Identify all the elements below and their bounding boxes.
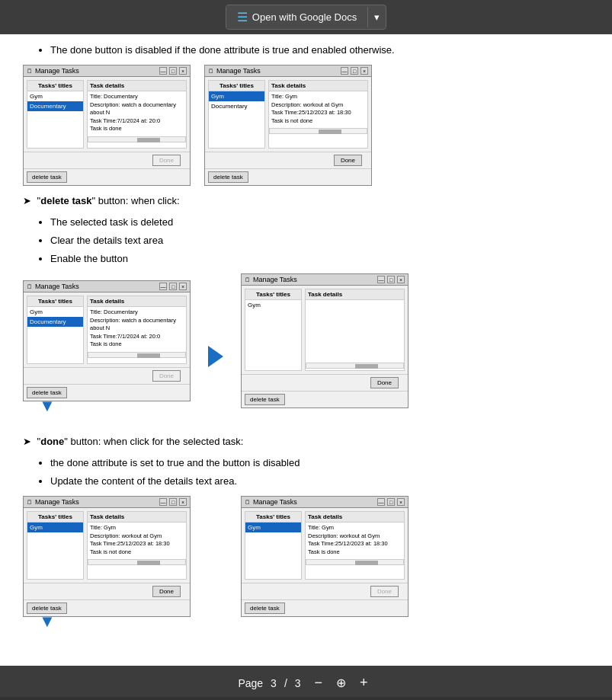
done-button-1-left[interactable]: Done — [152, 155, 181, 166]
window-2-left-wrapper: 🗒 Manage Tasks — □ × Tasks' titles Gym D… — [23, 280, 191, 401]
done-button-1-right[interactable]: Done — [334, 155, 362, 166]
footer-2-left: Done — [24, 367, 190, 384]
task-item-gym-2l[interactable]: Gym — [27, 307, 83, 317]
done-bold: done — [40, 436, 64, 447]
win-maximize-1[interactable]: □ — [169, 67, 177, 75]
zoom-icon[interactable]: ⊕ — [336, 676, 346, 690]
done-button-2-right[interactable]: Done — [370, 377, 399, 388]
page-label: Page — [238, 677, 263, 689]
page-zoom-in-button[interactable]: + — [354, 673, 374, 692]
win-close-3l[interactable]: × — [179, 498, 187, 506]
win-close-2r[interactable]: × — [397, 276, 405, 283]
win-minimize-1[interactable]: — — [159, 67, 167, 75]
section-arrow-2: ➤ — [23, 436, 31, 447]
win-icon-2l: 🗒 — [27, 283, 33, 290]
footer-3-right: Done — [242, 583, 408, 599]
delete-button-3-right[interactable]: delete task — [245, 603, 285, 614]
page-total: 3 — [295, 677, 301, 689]
details-content-2-left: Title: DocumentaryDescription: watch a d… — [88, 307, 186, 350]
window-mock-2-right: 🗒 Manage Tasks — □ × Tasks' titles Gym T… — [241, 273, 409, 408]
task-item-gym-2r[interactable]: Gym — [245, 300, 301, 310]
win-icon-3r: 🗒 — [245, 499, 251, 506]
window-mock-3-right: 🗒 Manage Tasks — □ × Tasks' titles Gym T… — [241, 496, 409, 617]
titlebar-1-right: 🗒 Manage Tasks — □ × — [205, 66, 371, 77]
tasks-title-2-right: Tasks' titles — [245, 289, 301, 300]
tasks-title-3-right: Tasks' titles — [245, 512, 301, 523]
delete-button-2-right[interactable]: delete task — [245, 394, 285, 405]
details-panel-1-right: Task details Title: GymDescription: work… — [268, 80, 368, 149]
window-mock-1-left: 🗒 Manage Tasks — □ × Tasks' titles Gym D… — [23, 65, 191, 186]
tasks-title-1-left: Tasks' titles — [27, 81, 83, 91]
page-current: 3 — [271, 677, 277, 689]
down-arrow-3-left: ▼ — [39, 613, 56, 630]
win-title-1-left: Manage Tasks — [35, 67, 79, 75]
delete-bullet-1: The selected task is deleted — [50, 214, 589, 231]
win-icon-2r: 🗒 — [245, 276, 251, 283]
task-item-gym-3r[interactable]: Gym — [245, 523, 301, 532]
open-with-google-docs-button[interactable]: ☰ Open with Google Docs ▾ — [226, 5, 386, 30]
tasks-panel-3-left: Tasks' titles Gym — [27, 511, 84, 580]
win-title-3-left: Manage Tasks — [35, 498, 79, 506]
win-minimize-3l[interactable]: — — [159, 498, 167, 506]
details-title-3-right: Task details — [306, 512, 404, 523]
win-title-1-right: Manage Tasks — [216, 67, 261, 75]
titlebar-2-left: 🗒 Manage Tasks — □ × — [24, 281, 190, 292]
down-arrow-left: ▼ — [39, 398, 56, 414]
done-bullet-2: Update the content of the details text a… — [50, 473, 589, 490]
page-separator: / — [284, 677, 287, 689]
page-zoom-out-button[interactable]: − — [309, 673, 329, 692]
win-title-3-right: Manage Tasks — [253, 498, 297, 506]
task-item-documentary-1[interactable]: Documentary — [27, 101, 83, 111]
done-button-3-left[interactable]: Done — [152, 586, 181, 597]
task-item-gym-1r[interactable]: Gym — [209, 91, 264, 101]
titlebar-2-right: 🗒 Manage Tasks — □ × — [242, 274, 408, 286]
open-docs-dropdown-arrow[interactable]: ▾ — [367, 7, 386, 27]
delete-button-1-right[interactable]: delete task — [208, 171, 248, 183]
top-bar: ☰ Open with Google Docs ▾ — [0, 0, 612, 34]
win-minimize-2r[interactable]: — — [377, 276, 385, 283]
second-windows-row: 🗒 Manage Tasks — □ × Tasks' titles Gym D… — [23, 273, 589, 408]
win-maximize-3r[interactable]: □ — [387, 498, 395, 506]
win-maximize-2r[interactable]: □ — [387, 276, 395, 283]
win-close-1[interactable]: × — [179, 67, 187, 75]
tasks-panel-2-right: Tasks' titles Gym — [245, 289, 302, 371]
win-close-3r[interactable]: × — [397, 498, 405, 506]
delete-bullet-3: Enable the button — [50, 251, 589, 267]
delete-bullets: The selected task is deleted Clear the d… — [23, 214, 589, 267]
win-maximize-3l[interactable]: □ — [169, 498, 177, 506]
win-maximize-1r[interactable]: □ — [351, 67, 358, 75]
task-item-gym-1[interactable]: Gym — [27, 91, 83, 101]
details-panel-3-left: Task details Title: GymDescription: work… — [87, 511, 187, 580]
footer-1-right: Done — [205, 152, 371, 168]
done-button-heading: ➤ "done" button: when click for the sele… — [23, 434, 589, 450]
done-bullet-1: the done attribute is set to true and th… — [50, 455, 589, 471]
task-item-documentary-2l[interactable]: Documentary — [27, 317, 83, 327]
details-panel-3-right: Task details Title: GymDescription: work… — [305, 511, 405, 580]
task-item-gym-3l[interactable]: Gym — [27, 523, 83, 532]
titlebar-1-left: 🗒 Manage Tasks — □ × — [24, 66, 190, 77]
win-close-2l[interactable]: × — [179, 283, 187, 290]
details-title-1-right: Task details — [269, 81, 367, 91]
details-content-3-right: Title: GymDescription: workout at GymTas… — [306, 523, 404, 558]
intro-bullet-list: The done button is disabled if the done … — [23, 42, 589, 59]
done-button-2-left[interactable]: Done — [152, 370, 181, 382]
win-minimize-1r[interactable]: — — [341, 67, 348, 75]
window-mock-2-left: 🗒 Manage Tasks — □ × Tasks' titles Gym D… — [23, 280, 191, 401]
details-title-2-right: Task details — [306, 289, 404, 300]
win-minimize-3r[interactable]: — — [377, 498, 385, 506]
win-minimize-2l[interactable]: — — [159, 283, 167, 290]
win-close-1r[interactable]: × — [360, 67, 368, 75]
delete-task-bold: delete task — [40, 195, 91, 206]
win-maximize-2l[interactable]: □ — [169, 283, 177, 290]
details-title-1-left: Task details — [88, 81, 186, 91]
details-panel-2-left: Task details Title: DocumentaryDescripti… — [87, 296, 187, 364]
delete-button-1-left[interactable]: delete task — [27, 171, 67, 183]
details-content-1-left: Title: DocumentaryDescription: watch a d… — [88, 91, 186, 135]
delete-task-heading: ➤ "delete task" button: when click: — [23, 193, 589, 209]
intro-bullet: The done button is disabled if the done … — [50, 42, 589, 59]
task-item-documentary-1r[interactable]: Documentary — [209, 101, 264, 111]
tasks-title-2-left: Tasks' titles — [27, 296, 83, 307]
right-arrow-container — [204, 315, 227, 367]
done-button-3-right[interactable]: Done — [370, 586, 399, 597]
open-docs-label: Open with Google Docs — [252, 11, 357, 23]
